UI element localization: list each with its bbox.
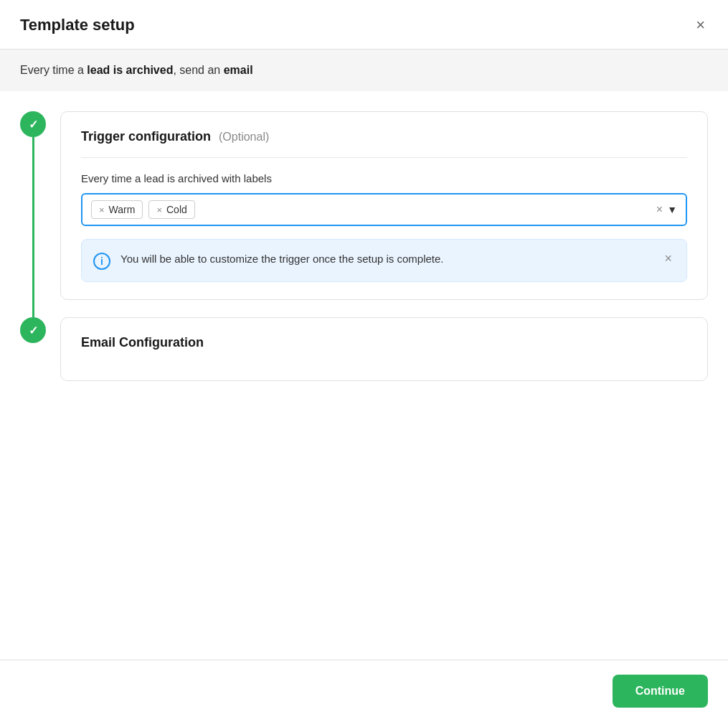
email-card-title: Email Configuration: [81, 335, 687, 350]
close-button[interactable]: ×: [693, 14, 708, 36]
info-close-button[interactable]: ×: [661, 251, 675, 266]
tag-warm: × Warm: [91, 200, 143, 219]
step2-circle: ✓: [20, 317, 46, 343]
continue-button[interactable]: Continue: [613, 675, 708, 708]
tags-input[interactable]: × Warm × Cold × ▼: [81, 193, 687, 226]
step1-checkmark: ✓: [29, 118, 38, 131]
step1-left-col: ✓: [20, 111, 46, 317]
trigger-card-title: Trigger configuration (Optional): [81, 129, 687, 144]
modal-footer: Continue: [0, 660, 728, 722]
info-banner: i You will be able to customize the trig…: [81, 239, 687, 282]
step2-left-col: ✓: [20, 317, 46, 381]
description-banner: Every time a lead is archived, send an e…: [0, 50, 728, 91]
step1-circle: ✓: [20, 111, 46, 137]
modal-body: ✓ Trigger configuration (Optional) Every…: [0, 91, 728, 660]
trigger-card: Trigger configuration (Optional) Every t…: [60, 111, 708, 300]
email-card-col: Email Configuration: [60, 317, 708, 381]
dropdown-button[interactable]: ▼: [667, 204, 677, 215]
tag-cold-remove[interactable]: ×: [156, 205, 162, 215]
description-prefix: Every time a: [20, 64, 87, 76]
trigger-step-row: ✓ Trigger configuration (Optional) Every…: [20, 111, 708, 317]
tag-cold-label: Cold: [166, 204, 187, 215]
optional-label: (Optional): [219, 131, 269, 143]
info-icon: i: [93, 253, 110, 270]
tag-warm-label: Warm: [109, 204, 136, 215]
trigger-label: Every time a lead is archived with label…: [81, 172, 687, 184]
tag-warm-remove[interactable]: ×: [99, 205, 105, 215]
description-middle: , send an: [173, 64, 223, 76]
trigger-card-col: Trigger configuration (Optional) Every t…: [60, 111, 708, 317]
modal-header: Template setup ×: [0, 0, 728, 50]
tags-actions: × ▼: [656, 203, 677, 216]
email-step-row: ✓ Email Configuration: [20, 317, 708, 381]
description-bold2: email: [224, 64, 253, 76]
step1-connector-line: [32, 137, 34, 317]
description-bold1: lead is archived: [87, 64, 173, 76]
email-card: Email Configuration: [60, 317, 708, 381]
info-text: You will be able to customize the trigge…: [120, 251, 651, 268]
steps-layout: ✓ Trigger configuration (Optional) Every…: [20, 111, 708, 381]
modal-title: Template setup: [20, 16, 135, 34]
clear-all-button[interactable]: ×: [656, 203, 663, 216]
step2-checkmark: ✓: [29, 324, 38, 337]
tag-cold: × Cold: [148, 200, 194, 219]
trigger-divider: [81, 157, 687, 158]
